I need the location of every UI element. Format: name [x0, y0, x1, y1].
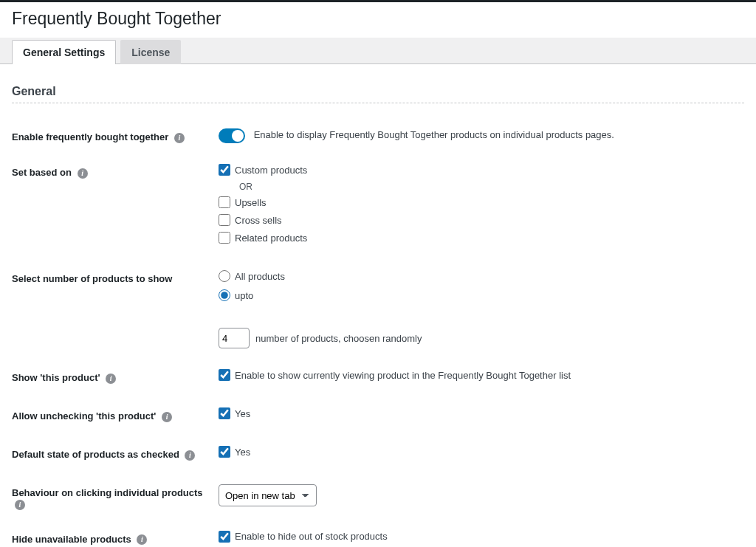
label-num-products: Select number of products to show: [12, 273, 172, 284]
row-behaviour: Behaviour on clicking individual product…: [12, 475, 744, 522]
checkbox-related-products[interactable]: [219, 232, 230, 244]
info-icon[interactable]: i: [185, 450, 195, 461]
label-set-based-on: Set based on: [12, 167, 72, 178]
input-num-products[interactable]: [219, 328, 250, 348]
or-separator: OR: [239, 182, 744, 192]
row-num-products: Select number of products to show All pr…: [12, 261, 744, 360]
info-icon[interactable]: i: [137, 534, 147, 545]
label-behaviour: Behaviour on clicking individual product…: [12, 487, 203, 498]
row-hide-unavailable: Hide unavailable products i Enable to hi…: [12, 522, 744, 547]
row-allow-uncheck: Allow unchecking 'this product' i Yes: [12, 399, 744, 437]
label-show-this-product: Show 'this product': [12, 372, 100, 383]
tabs: General Settings License: [0, 38, 756, 64]
content-area: General Enable frequently bought togethe…: [0, 64, 756, 547]
info-icon[interactable]: i: [174, 133, 185, 143]
checkbox-default-checked[interactable]: [219, 446, 230, 458]
section-heading-general: General: [12, 85, 744, 98]
radio-upto[interactable]: [219, 289, 230, 301]
settings-form-table: Enable frequently bought together i Enab…: [12, 120, 744, 547]
desc-show-this-product: Enable to show currently viewing product…: [235, 370, 571, 381]
label-upto: upto: [235, 290, 253, 301]
info-icon[interactable]: i: [106, 374, 116, 384]
label-default-checked: Default state of products as checked: [12, 449, 179, 460]
info-icon[interactable]: i: [15, 500, 25, 510]
info-icon[interactable]: i: [78, 168, 88, 179]
toggle-enable-fbt[interactable]: [219, 128, 245, 143]
desc-hide-unavailable: Enable to hide out of stock products: [235, 531, 388, 542]
desc-default-checked: Yes: [235, 447, 250, 458]
page-title: Frequently Bought Together: [12, 9, 744, 29]
desc-enable-fbt: Enable to display Frequently Bought Toge…: [254, 129, 614, 140]
label-enable-fbt: Enable frequently bought together: [12, 131, 168, 142]
tab-license[interactable]: License: [120, 40, 181, 64]
suffix-num-products: number of products, choosen randomly: [255, 333, 422, 344]
row-set-based-on: Set based on i Custom products OR Upsell…: [12, 155, 744, 261]
info-icon[interactable]: i: [162, 412, 172, 422]
label-cross-sells: Cross sells: [235, 215, 282, 226]
select-behaviour[interactable]: Open in new tab: [219, 484, 317, 506]
label-custom-products: Custom products: [235, 165, 307, 176]
checkbox-custom-products[interactable]: [219, 164, 230, 176]
row-show-this-product: Show 'this product' i Enable to show cur…: [12, 360, 744, 399]
checkbox-allow-uncheck[interactable]: [219, 407, 230, 419]
desc-allow-uncheck: Yes: [235, 408, 250, 419]
checkbox-upsells[interactable]: [219, 196, 230, 208]
label-allow-uncheck: Allow unchecking 'this product': [12, 410, 156, 422]
top-border: [0, 0, 756, 2]
row-default-checked: Default state of products as checked i Y…: [12, 437, 744, 475]
checkbox-hide-unavailable[interactable]: [219, 531, 230, 543]
checkbox-show-this-product[interactable]: [219, 369, 230, 381]
label-all-products: All products: [235, 271, 285, 282]
label-hide-unavailable: Hide unavailable products: [12, 534, 131, 545]
radio-all-products[interactable]: [219, 270, 230, 282]
row-enable-fbt: Enable frequently bought together i Enab…: [12, 120, 744, 155]
label-related-products: Related products: [235, 233, 307, 244]
checkbox-cross-sells[interactable]: [219, 214, 230, 226]
label-upsells: Upsells: [235, 197, 267, 208]
divider: [12, 103, 744, 103]
tab-general-settings[interactable]: General Settings: [12, 40, 116, 64]
toggle-thumb: [232, 130, 244, 142]
